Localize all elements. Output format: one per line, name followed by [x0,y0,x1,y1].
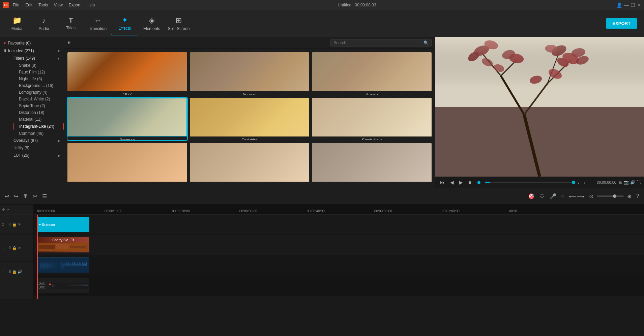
filter-shake[interactable]: Shake (8) [13,62,64,69]
zoom-slider[interactable] [597,195,624,197]
lock1-icon[interactable]: 🔒 [12,246,17,250]
titlebar-left: F9 File Edit Tools View Export Help [3,2,97,8]
menu-edit[interactable]: Edit [23,2,35,8]
pip-button[interactable]: ⛶ [637,180,641,185]
tree-parent-lut[interactable]: LUT (26) ▶ [7,152,64,159]
tree-parent-overlays[interactable]: Overlays (87) ▶ [7,137,64,144]
menu-file[interactable]: File [10,2,22,8]
add-track-button[interactable]: + [2,207,5,213]
toolbar-splitscreen[interactable]: ⊞ Split Screen [165,12,192,35]
effect-1977[interactable]: 1977 [67,52,187,95]
media-icon: 📁 [12,16,22,25]
lock2-icon[interactable]: 🔒 [12,222,17,227]
lockA-icon[interactable]: 🔒 [12,270,17,274]
filter-instagramlike[interactable]: Instagram-Like (24) [13,123,64,130]
effect-brannan[interactable]: Brannan [67,98,187,141]
zoom-plus-button[interactable]: ⊕ [626,192,633,201]
effect-amaro[interactable]: Amaro [312,52,432,95]
effect-row3b[interactable] [190,143,310,184]
effect-aegean-label: Aegean [190,91,310,95]
eye2-icon[interactable]: 👁 [18,222,21,227]
menu-help[interactable]: Help [84,2,98,8]
prev-frame-button[interactable]: ‹ [576,179,581,186]
window-title: Untitled : 00:00:08:03 [338,3,376,7]
window-close[interactable]: ✕ [637,2,641,8]
toolbar-elements[interactable]: ◈ Elements [138,12,165,35]
tree-parent-included[interactable]: ⠿ Included (271) ▼ [0,47,64,55]
window-minimize[interactable]: — [624,2,629,8]
toolbar-media[interactable]: 📁 Media [3,12,30,35]
undo-button[interactable]: ↩ [3,192,10,201]
window-maximize[interactable]: ❐ [631,2,635,8]
filter-material[interactable]: Material (11) [13,116,64,123]
effect-amaro-thumb [312,52,432,91]
effect-row3c[interactable] [312,143,432,184]
next-frame-button[interactable]: › [582,179,587,186]
toolbar-effects[interactable]: ✦ Effects [111,12,138,35]
toolbar-transition[interactable]: ↔ Transition [84,12,111,35]
effect-earlybird[interactable]: Earlybird [190,98,310,141]
delete-button[interactable]: 🗑 [22,192,30,201]
stop-button[interactable]: ■ [467,179,472,186]
user-icon[interactable]: 👤 [616,2,622,8]
drift-marker: ● [49,282,51,289]
track-row-1-video: Cherry Blo... Tr [34,235,644,255]
filter-common[interactable]: Common (49) [13,130,64,137]
record-button[interactable]: ⏺ [475,179,482,186]
filters-label: Filters (149) [13,56,35,61]
effect-freshnew[interactable]: Fresh New [312,98,432,141]
play-button[interactable]: ▶ [458,179,464,186]
preview-progress-bar[interactable] [485,182,573,183]
search-input[interactable] [333,40,421,45]
search-box: 🔍 [330,39,432,47]
filter-fauxfilm[interactable]: Faux Film (12) [13,69,64,75]
help-button[interactable]: ? [635,192,641,201]
menu-view[interactable]: View [51,2,65,8]
drift-clip[interactable]: Drift · Drift ● [37,278,89,293]
toolbar-audio[interactable]: ♪ Audio [30,12,57,35]
audio-waveform-clip[interactable] [37,257,89,273]
circle-button[interactable]: ⊙ [588,192,595,201]
brannan-clip[interactable]: ✦ Brannan [37,217,89,232]
step-back-button[interactable]: ◀ [449,179,455,186]
redo-button[interactable]: ↪ [12,192,20,201]
favourite-item[interactable]: ♥ Favourite (0) [0,39,64,47]
snapshot-button[interactable]: 📷 [624,180,629,185]
progress-dot [572,181,575,184]
effect-aegean[interactable]: Aegean [190,52,310,95]
split-button[interactable]: ⟵⟶ [567,192,586,201]
filter-nightlife[interactable]: Night Life (3) [13,75,64,82]
effect-row3a[interactable] [67,143,187,184]
grid2-icon[interactable]: ⠿ [9,222,11,227]
eye1-icon[interactable]: 👁 [18,246,21,250]
adjust-button[interactable]: ☰ [41,192,48,201]
volume-button[interactable]: 🔊 [630,180,635,185]
mic-button[interactable]: 🎤 [548,192,558,201]
menu-export[interactable]: Export [66,2,83,8]
shield-button[interactable]: 🛡 [538,192,546,201]
grid-icon: ⠿ [3,49,6,53]
audio-mixer-button[interactable]: ≡ [560,192,565,201]
volA-icon[interactable]: 🔊 [18,270,22,274]
export-button[interactable]: EXPORT [606,18,637,29]
filter-sepiatone[interactable]: Sepia Tone (2) [13,102,64,109]
gridA-icon[interactable]: ⠿ [9,270,11,274]
skip-back-button[interactable]: ⏮ [439,179,446,186]
grid-view-icon[interactable]: ⠿ [67,40,71,45]
cut-button[interactable]: ✂ [32,192,39,201]
filter-background[interactable]: Background ... (16) [13,82,64,89]
cherry-clip[interactable]: Cherry Blo... Tr [37,237,89,252]
toolbar-titles[interactable]: T Titles [57,12,84,35]
titles-icon: T [69,17,73,24]
scissors-button[interactable]: ✂ [6,207,10,212]
grid1-icon[interactable]: ⠿ [9,246,11,250]
fullscreen-button[interactable]: ⊞ [619,180,622,185]
titlebar: F9 File Edit Tools View Export Help Unti… [0,0,644,10]
tree-parent-utility[interactable]: Utility (9) [7,144,64,152]
filter-lomography[interactable]: Lomography (4) [13,89,64,96]
menu-tools[interactable]: Tools [36,2,51,8]
filter-distortion[interactable]: Distortion (18) [13,109,64,116]
snap-button[interactable]: 🎯 [527,192,536,201]
tree-parent-filters[interactable]: Filters (149) ▼ [7,55,64,62]
filter-blackwhite[interactable]: Black & White (2) [13,96,64,102]
